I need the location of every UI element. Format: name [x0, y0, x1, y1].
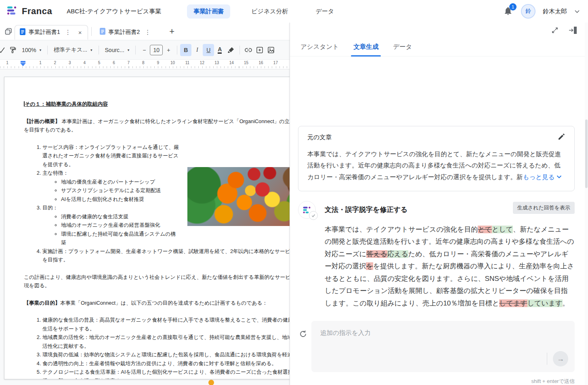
collaborator-presence-dot	[208, 380, 214, 385]
panel-tab-assistant[interactable]: アシスタント	[300, 40, 340, 56]
highlighter-icon[interactable]	[225, 44, 237, 56]
panel-tabs: アシスタント 文章生成 データ	[290, 40, 588, 56]
ruler-number: 6	[113, 61, 115, 65]
expand-panel-icon[interactable]	[551, 26, 559, 34]
dropdown-icon: ▾	[90, 48, 92, 52]
instruction-input-box[interactable]: →	[311, 321, 575, 372]
original-text-card: 元の文章 本事業では、テイクアウトサービスの強化を目的とて、新たなメニューの開発…	[298, 126, 575, 191]
ruler-number: 9	[157, 61, 159, 65]
doc-tab-2[interactable]: 事業計画書2 ⋮	[95, 25, 156, 40]
original-text-title: 元の文章	[307, 134, 332, 141]
list-item: 実施計画：プラットフォーム開発、生産者ネットワーク構築、試験運用を経て、2年以内…	[42, 247, 290, 264]
dropdown-icon: ▾	[40, 48, 42, 52]
ruler-number: 7	[128, 61, 130, 65]
document-canvas[interactable]: その１：補助事業の具体的取組内容 【計画の概要】 本事業計画は、オーガニック食材…	[0, 69, 290, 385]
show-more-link[interactable]: もっと見る	[523, 174, 555, 180]
add-document-tab-button[interactable]: +	[169, 26, 174, 37]
doc-tab-2-label: 事業計画書2	[109, 29, 140, 36]
panel-content: 元の文章 本事業では、テイクアウトサービスの強化を目的とて、新たなメニューの開発…	[290, 56, 588, 385]
project-title: ABC社-テイクアウトサービス事業	[67, 8, 161, 15]
doc-tab-1-close-icon[interactable]: ×	[76, 29, 84, 36]
ruler-number: 2	[54, 61, 57, 65]
diff-delete: とて	[478, 226, 492, 233]
tab-separator	[91, 27, 92, 36]
diff-delete: 答える	[366, 250, 387, 258]
show-generated-answer-button[interactable]: 生成された回答を表示	[513, 202, 575, 214]
increase-font-size-button[interactable]: +	[163, 44, 174, 56]
ruler-number: 4	[83, 61, 86, 65]
all-documents-icon[interactable]	[2, 27, 15, 36]
document-tabstrip: 事業計画書1 ⋮ × 事業計画書2 ⋮ +	[0, 23, 290, 40]
doc-paragraph-purpose: 【事業の目的】本事業「OrganiConnect」は、以下の五つの目的を達成する…	[24, 299, 290, 308]
font-value: Sourc...	[105, 47, 124, 53]
document-icon	[100, 28, 105, 36]
completed-check-icon	[309, 211, 318, 220]
regenerate-icon[interactable]	[299, 330, 307, 338]
doc-tab-2-menu-icon[interactable]: ⋮	[143, 29, 152, 36]
ruler-left-number: 1	[6, 61, 8, 65]
ruler-number: 11	[185, 61, 189, 65]
user-menu-chevron-icon[interactable]	[574, 8, 580, 15]
ruler-number: 8	[142, 61, 145, 65]
response-title: 文法・誤字脱字を修正する	[325, 205, 407, 214]
nav-tab-data[interactable]: データ	[309, 4, 341, 19]
send-button[interactable]: →	[553, 351, 568, 366]
ruler-number: 1	[39, 61, 42, 65]
produce-photo	[187, 167, 290, 226]
list-item: 食の透明性の向上：生産者情報や栽培方法の提供により、消費者の食に対する理解と信頼…	[42, 359, 290, 368]
nav-tabs: 事業計画書 ビジネス分析 データ	[187, 4, 340, 19]
font-select[interactable]: Sourc... ▾	[102, 47, 133, 53]
font-size-input[interactable]	[150, 45, 163, 55]
close-panel-icon[interactable]	[568, 26, 578, 35]
list-item: 環境負荷の低減：効率的な物流システムと環境に配慮した包装を採用し、食品流通におけ…	[42, 350, 290, 359]
zoom-value: 100%	[22, 47, 36, 53]
diff-delete: を	[366, 262, 373, 270]
document-page[interactable]: その１：補助事業の具体的取組内容 【計画の概要】 本事業計画は、オーガニック食材…	[4, 77, 290, 379]
paragraph-style-select[interactable]: 標準テキス... ▾	[50, 46, 95, 54]
doc-tab-1[interactable]: 事業計画書1 ⋮ ×	[15, 25, 88, 40]
doc-paragraph-overview: 【計画の概要】 本事業計画は、オーガニック食材に特化したオンライン食材宅配サービ…	[24, 117, 290, 134]
margin-marker[interactable]	[20, 61, 26, 66]
insert-image-icon[interactable]	[265, 44, 277, 56]
diff-insert: 応える	[387, 250, 408, 258]
brand[interactable]: Franca	[6, 5, 52, 18]
decrease-font-size-button[interactable]: −	[139, 44, 150, 56]
doc-tab-1-menu-icon[interactable]: ⋮	[63, 29, 73, 36]
ruler-number: 14	[229, 61, 234, 65]
user-name: 鈴木太郎	[543, 8, 567, 15]
ruler-number: 10	[170, 61, 175, 65]
nav-tab-business-plan[interactable]: 事業計画書	[187, 4, 230, 19]
edit-original-icon[interactable]	[558, 133, 565, 142]
panel-tab-data[interactable]: データ	[392, 40, 413, 56]
diff-insert: として	[492, 226, 513, 233]
text-cursor	[24, 101, 25, 107]
italic-button[interactable]: I	[191, 44, 203, 56]
bold-button[interactable]: B	[180, 44, 191, 56]
doc-tab-1-label: 事業計画書1	[29, 29, 60, 36]
insert-link-icon[interactable]	[243, 44, 254, 56]
nav-tab-business-analysis[interactable]: ビジネス分析	[245, 4, 294, 19]
add-comment-icon[interactable]	[254, 44, 265, 56]
chevron-down-icon[interactable]	[556, 171, 562, 182]
panel-tab-text-generation[interactable]: 文章生成	[353, 40, 379, 56]
ruler-number: 13	[214, 61, 219, 65]
user-avatar[interactable]: 鈴	[521, 4, 536, 19]
zoom-select[interactable]: 100% ▾	[19, 47, 44, 53]
dropdown-icon: ▾	[128, 48, 130, 52]
diff-insert: しています	[527, 299, 563, 307]
list-item: テクノロジーによる食生活革新：AIを活用した個別化サービスにより、各消費者のニー…	[42, 368, 290, 379]
ruler-number: 16	[258, 61, 263, 65]
instruction-textarea[interactable]	[311, 321, 575, 350]
text-color-button[interactable]: A	[214, 44, 225, 56]
paint-format-icon[interactable]	[7, 44, 19, 56]
underline-button[interactable]: U	[203, 44, 214, 56]
send-shortcut-hint: shift + enterで送信	[298, 378, 575, 385]
top-navbar: Franca ABC社-テイクアウトサービス事業 事業計画書 ビジネス分析 デー…	[0, 0, 588, 23]
original-text-body: 本事業では、テイクアウトサービスの強化を目的とて、新たなメニューの開発と販売促進…	[307, 149, 565, 183]
spellcheck-icon[interactable]	[0, 44, 7, 56]
brand-name: Franca	[22, 6, 52, 17]
ruler-number: 5	[98, 61, 101, 65]
format-toolbar: 100% ▾ 標準テキス... ▾ Sourc... ▾ − + B I U A	[0, 40, 290, 60]
text-color-label: A	[218, 46, 222, 54]
notification-bell-icon[interactable]: 1	[503, 6, 514, 17]
